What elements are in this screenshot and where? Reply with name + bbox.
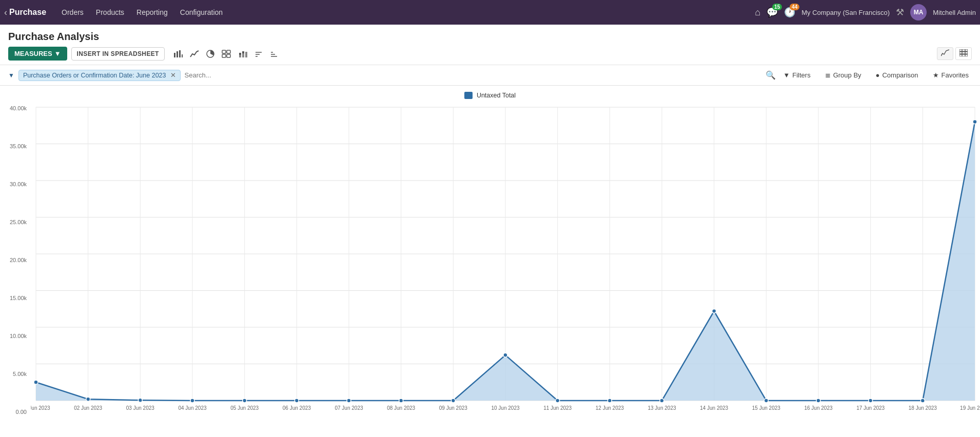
svg-rect-3 — [182, 54, 183, 57]
y-label-3: 25.00k — [10, 219, 27, 225]
svg-point-76 — [190, 399, 194, 403]
svg-point-80 — [399, 399, 403, 403]
page-title-row: Purchase Analysis — [8, 31, 972, 43]
y-label-8: 0.00 — [16, 409, 27, 415]
svg-rect-13 — [245, 52, 247, 57]
user-name: Mitchell Admin — [933, 9, 976, 16]
pie-chart-icon[interactable] — [204, 48, 217, 60]
svg-text:19 Jun 202...: 19 Jun 202... — [960, 405, 980, 411]
nav-products[interactable]: Products — [91, 5, 129, 19]
svg-rect-11 — [242, 53, 244, 57]
insert-spreadsheet-button[interactable]: INSERT IN SPREADSHEET — [71, 47, 165, 61]
svg-text:08 Jun 2023: 08 Jun 2023 — [387, 405, 415, 411]
svg-rect-6 — [227, 50, 230, 53]
y-label-6: 10.00k — [10, 333, 27, 339]
comparison-btn[interactable]: ● Comparison — [873, 69, 922, 81]
svg-text:01 Jun 2023: 01 Jun 2023 — [31, 405, 50, 411]
page-title: Purchase Analysis — [8, 31, 99, 43]
favorites-label: Favorites — [942, 71, 969, 79]
svg-point-82 — [503, 353, 507, 357]
svg-text:05 Jun 2023: 05 Jun 2023 — [230, 405, 259, 411]
svg-text:12 Jun 2023: 12 Jun 2023 — [596, 405, 624, 411]
right-filter-btns: ▼ Filters ≣ Group By ● Comparison ★ Favo… — [780, 69, 972, 81]
svg-text:18 Jun 2023: 18 Jun 2023 — [909, 405, 937, 411]
chart-inner: 40.00k 35.00k 30.00k 25.00k 20.00k 15.00… — [0, 103, 980, 429]
chart-container: Untaxed Total 40.00k 35.00k 30.00k 25.00… — [0, 86, 980, 432]
y-label-1: 35.00k — [10, 143, 27, 149]
back-icon[interactable]: ‹ — [4, 7, 7, 18]
toolbar-row: MEASURES ▼ INSERT IN SPREADSHEET — [8, 47, 972, 61]
svg-rect-1 — [177, 51, 178, 57]
svg-point-74 — [86, 397, 90, 401]
svg-point-75 — [138, 398, 142, 402]
activity-badge: 44 — [790, 4, 799, 10]
area-chart-view-btn[interactable] — [937, 47, 953, 60]
top-nav: ‹ Purchase Orders Products Reporting Con… — [0, 0, 980, 25]
svg-point-79 — [347, 399, 351, 403]
messages-icon[interactable]: 💬 15 — [767, 7, 778, 18]
filter-bar: ▼ Purchase Orders or Confirmation Date: … — [0, 65, 980, 86]
svg-rect-8 — [227, 54, 230, 57]
pivot-icon[interactable] — [219, 48, 233, 60]
favorites-icon: ★ — [933, 71, 939, 79]
svg-rect-7 — [222, 54, 226, 57]
table-view-btn[interactable] — [955, 47, 972, 60]
svg-text:16 Jun 2023: 16 Jun 2023 — [804, 405, 832, 411]
y-label-5: 15.00k — [10, 295, 27, 301]
filter-remove-btn[interactable]: ✕ — [170, 72, 176, 78]
svg-text:07 Jun 2023: 07 Jun 2023 — [335, 405, 363, 411]
nav-configuration[interactable]: Configuration — [175, 5, 228, 19]
sub-header: Purchase Analysis MEASURES ▼ INSERT IN S… — [0, 25, 980, 65]
chart-type-icons — [171, 48, 281, 60]
svg-point-77 — [243, 399, 247, 403]
group-by-btn[interactable]: ≣ Group By — [822, 69, 865, 81]
avatar[interactable]: MA — [910, 4, 927, 21]
nav-brand: Purchase — [9, 8, 46, 17]
svg-text:09 Jun 2023: 09 Jun 2023 — [439, 405, 467, 411]
search-icon[interactable]: 🔍 — [766, 70, 776, 80]
y-label-0: 40.00k — [10, 105, 27, 111]
comparison-icon: ● — [876, 71, 880, 79]
svg-rect-5 — [222, 50, 226, 53]
y-axis: 40.00k 35.00k 30.00k 25.00k 20.00k 15.00… — [0, 103, 31, 429]
svg-rect-21 — [959, 52, 968, 54]
nav-reporting[interactable]: Reporting — [131, 5, 173, 19]
company-name[interactable]: My Company (San Francisco) — [801, 9, 890, 16]
y-label-4: 20.00k — [10, 257, 27, 263]
sort-desc-icon[interactable] — [267, 48, 281, 60]
legend: Untaxed Total — [0, 92, 980, 99]
comparison-label: Comparison — [882, 71, 918, 79]
group-by-icon: ≣ — [825, 71, 831, 79]
svg-point-89 — [869, 399, 873, 403]
line-chart-icon[interactable] — [187, 48, 202, 60]
nav-orders[interactable]: Orders — [56, 5, 89, 19]
sort-asc-icon[interactable] — [252, 48, 265, 60]
filters-btn[interactable]: ▼ Filters — [780, 69, 813, 81]
filter-tag: Purchase Orders or Confirmation Date: Ju… — [18, 70, 181, 81]
favorites-btn[interactable]: ★ Favorites — [930, 69, 972, 81]
svg-point-73 — [34, 380, 38, 384]
svg-rect-12 — [242, 51, 244, 53]
view-toggle — [937, 47, 972, 60]
svg-text:03 Jun 2023: 03 Jun 2023 — [126, 405, 154, 411]
stacked-bar-icon[interactable] — [236, 48, 250, 60]
group-by-label: Group By — [833, 71, 861, 79]
svg-point-81 — [451, 399, 455, 403]
measures-button[interactable]: MEASURES ▼ — [8, 47, 67, 61]
tools-icon[interactable]: ⚒ — [896, 7, 904, 18]
messages-badge: 15 — [772, 4, 782, 10]
legend-label: Untaxed Total — [477, 92, 516, 99]
svg-point-86 — [712, 309, 716, 313]
svg-rect-10 — [239, 53, 241, 55]
svg-text:13 Jun 2023: 13 Jun 2023 — [648, 405, 676, 411]
activity-icon[interactable]: 🕐 44 — [784, 7, 795, 18]
bar-chart-icon[interactable] — [171, 48, 185, 60]
home-icon[interactable]: ⌂ — [755, 7, 760, 18]
svg-point-91 — [973, 120, 977, 124]
svg-rect-20 — [959, 49, 968, 51]
nav-right: ⌂ 💬 15 🕐 44 My Company (San Francisco) ⚒… — [755, 4, 976, 21]
svg-rect-22 — [959, 54, 968, 56]
search-input[interactable] — [185, 71, 762, 79]
svg-text:02 Jun 2023: 02 Jun 2023 — [74, 405, 102, 411]
svg-point-87 — [764, 399, 768, 403]
